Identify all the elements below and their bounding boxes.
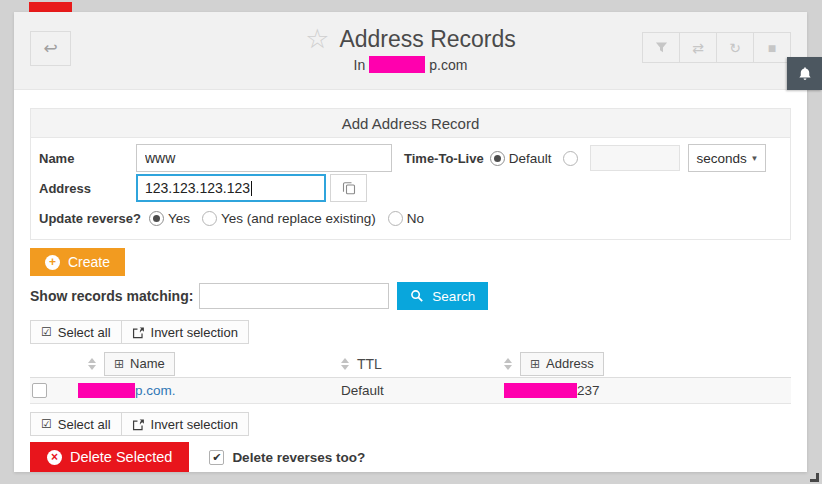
main-card: ↩ ☆ Address Records In p.com bbox=[14, 12, 807, 472]
search-row: Show records matching: Search bbox=[30, 282, 791, 310]
name-header-label: Name bbox=[130, 356, 165, 371]
ttl-unit-select[interactable]: seconds ▼ bbox=[688, 144, 766, 172]
address-value: 123.123.123.123 bbox=[145, 180, 250, 196]
share-square-icon bbox=[132, 326, 145, 339]
row-name-cell: p.com. bbox=[78, 383, 333, 398]
records-table: ⊞ Name TTL ⊞ Address bbox=[30, 350, 791, 404]
stop-button[interactable]: ■ bbox=[753, 32, 791, 63]
name-label: Name bbox=[39, 151, 136, 166]
record-address-visible: 237 bbox=[577, 383, 600, 398]
delete-selected-button[interactable]: × Delete Selected bbox=[30, 442, 189, 472]
panel-title: Add Address Record bbox=[31, 109, 790, 138]
star-icon[interactable]: ☆ bbox=[305, 26, 329, 53]
paste-button[interactable] bbox=[330, 174, 367, 202]
plus-circle-icon: + bbox=[45, 255, 60, 270]
filter-button[interactable] bbox=[642, 32, 680, 63]
name-column-button[interactable]: ⊞ Name bbox=[104, 352, 175, 376]
content-area: Add Address Record Name Time-To-Live Def… bbox=[14, 90, 807, 472]
invert-selection-label: Invert selection bbox=[151, 325, 238, 340]
ttl-value-input[interactable] bbox=[590, 145, 680, 171]
ttl-default-label: Default bbox=[509, 151, 552, 166]
row-checkbox-cell bbox=[30, 383, 78, 398]
table-row: p.com. Default 237 bbox=[30, 378, 791, 404]
address-row: Address 123.123.123.123 bbox=[39, 173, 782, 203]
reverse-yes-replace-label: Yes (and replace existing) bbox=[221, 211, 376, 226]
record-name-visible: p.com. bbox=[135, 383, 176, 398]
record-name-link[interactable]: p.com. bbox=[78, 383, 176, 398]
select-all-label: Select all bbox=[58, 417, 111, 432]
record-ttl: Default bbox=[341, 383, 384, 398]
bell-icon bbox=[797, 66, 813, 82]
name-redaction bbox=[78, 383, 135, 398]
delete-bar: × Delete Selected ✔ Delete reverses too? bbox=[30, 442, 791, 472]
sort-arrows-icon[interactable] bbox=[88, 358, 96, 370]
sort-arrows-icon[interactable] bbox=[341, 358, 349, 370]
search-input[interactable] bbox=[199, 283, 389, 309]
header-toolbar: ⇄ ↻ ■ bbox=[642, 32, 791, 63]
text-cursor bbox=[251, 181, 252, 196]
x-circle-icon: × bbox=[47, 450, 62, 465]
ttl-header-label: TTL bbox=[357, 356, 382, 372]
create-button-label: Create bbox=[68, 254, 110, 270]
page-title: Address Records bbox=[339, 26, 515, 53]
delete-selected-label: Delete Selected bbox=[70, 449, 172, 465]
address-column-button[interactable]: ⊞ Address bbox=[520, 352, 604, 376]
repeat-icon: ⇄ bbox=[692, 40, 704, 56]
search-button[interactable]: Search bbox=[397, 282, 488, 310]
selection-buttons-bottom: ☑ Select all Invert selection bbox=[30, 412, 791, 436]
checked-box-icon: ☑ bbox=[41, 326, 52, 338]
search-label: Show records matching: bbox=[30, 288, 193, 304]
select-all-button[interactable]: ☑ Select all bbox=[30, 412, 122, 436]
reverse-yes-label: Yes bbox=[168, 211, 190, 226]
stop-icon: ■ bbox=[768, 40, 776, 56]
row-checkbox[interactable] bbox=[32, 383, 47, 398]
plus-square-icon: ⊞ bbox=[114, 357, 124, 371]
sort-arrows-icon[interactable] bbox=[504, 358, 512, 370]
repeat-button[interactable]: ⇄ bbox=[679, 32, 717, 63]
page: ↩ ☆ Address Records In p.com bbox=[0, 0, 822, 484]
address-header-cell: ⊞ Address bbox=[496, 352, 791, 376]
reverse-row: Update reverse? Yes Yes (and replace exi… bbox=[39, 203, 782, 233]
row-address-cell: 237 bbox=[496, 383, 791, 398]
notifications-button[interactable] bbox=[787, 57, 822, 90]
table-header-row: ⊞ Name TTL ⊞ Address bbox=[30, 350, 791, 378]
ttl-default-radio[interactable] bbox=[490, 151, 505, 166]
reverse-no-label: No bbox=[407, 211, 424, 226]
subtitle-suffix: p.com bbox=[429, 57, 467, 73]
row-ttl-cell: Default bbox=[333, 383, 496, 398]
reverse-yes-replace-radio[interactable] bbox=[202, 211, 217, 226]
reverse-no-radio[interactable] bbox=[388, 211, 403, 226]
name-input[interactable] bbox=[136, 144, 392, 172]
address-input[interactable]: 123.123.123.123 bbox=[136, 174, 326, 202]
create-button[interactable]: + Create bbox=[30, 248, 125, 276]
delete-reverses-checkbox[interactable]: ✔ bbox=[209, 450, 224, 465]
invert-selection-button[interactable]: Invert selection bbox=[121, 412, 249, 436]
reverse-label: Update reverse? bbox=[39, 211, 141, 226]
selection-buttons-top: ☑ Select all Invert selection bbox=[30, 320, 791, 344]
ttl-custom-radio[interactable] bbox=[563, 151, 578, 166]
name-ttl-row: Name Time-To-Live Default seconds ▼ bbox=[39, 143, 782, 173]
refresh-icon: ↻ bbox=[729, 40, 741, 56]
reverse-yes-radio[interactable] bbox=[149, 211, 164, 226]
share-square-icon bbox=[132, 418, 145, 431]
ttl-label: Time-To-Live bbox=[404, 151, 484, 166]
invert-selection-button[interactable]: Invert selection bbox=[121, 320, 249, 344]
select-all-label: Select all bbox=[58, 325, 111, 340]
select-all-button[interactable]: ☑ Select all bbox=[30, 320, 122, 344]
search-icon bbox=[410, 289, 424, 303]
funnel-icon bbox=[655, 41, 668, 54]
ttl-unit-value: seconds bbox=[696, 151, 746, 166]
ttl-header-cell: TTL bbox=[333, 356, 496, 372]
plus-square-icon: ⊞ bbox=[530, 357, 540, 371]
refresh-button[interactable]: ↻ bbox=[716, 32, 754, 63]
domain-redaction bbox=[369, 56, 425, 73]
invert-selection-label: Invert selection bbox=[151, 417, 238, 432]
address-redaction bbox=[504, 383, 577, 398]
address-header-label: Address bbox=[546, 356, 594, 371]
chevron-down-icon: ▼ bbox=[751, 154, 759, 163]
check-icon: ✔ bbox=[212, 451, 221, 464]
delete-reverses-label: Delete reverses too? bbox=[232, 450, 365, 465]
clipboard-paste-icon bbox=[342, 181, 356, 195]
checked-box-icon: ☑ bbox=[41, 418, 52, 430]
corner-mark bbox=[810, 473, 819, 482]
